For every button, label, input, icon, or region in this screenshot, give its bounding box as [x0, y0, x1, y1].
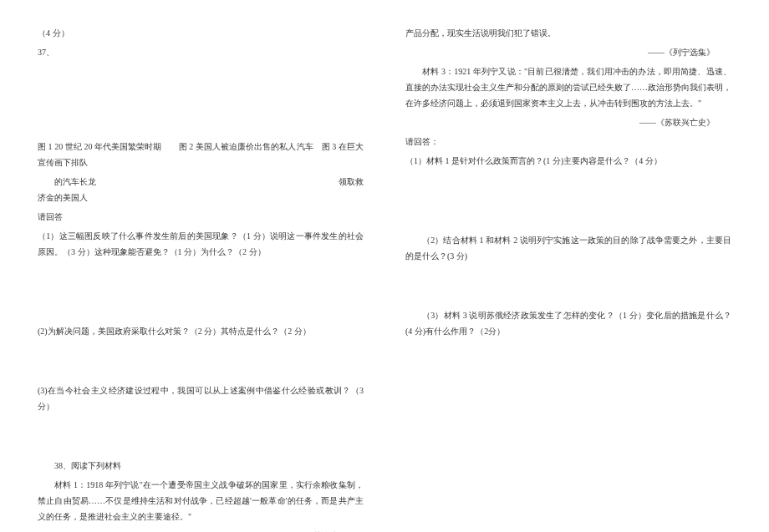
- material-3: 材料 3：1921 年列宁又说："目前已很清楚，我们用冲击的办法，即用简捷、迅速…: [405, 63, 731, 111]
- gap1: [38, 263, 364, 323]
- score-line: （4 分）: [38, 25, 364, 41]
- gap3: [38, 418, 364, 458]
- answer-label-left: 请回答: [38, 209, 364, 225]
- material-1: 材料 1：1918 年列宁说"在一个遭受帝国主义战争破坏的国家里，实行余粮收集制…: [38, 477, 364, 524]
- answer-label-right: 请回答：: [405, 134, 731, 149]
- q37-part2: (2)为解决问题，美国政府采取什么对策？（2 分）其特点是什么？（2 分）: [38, 323, 364, 339]
- q37-number: 37、: [38, 44, 364, 60]
- figure-captions-line2: 的汽车长龙 领取救济金的美国人: [38, 174, 364, 205]
- image-placeholder-gap: [38, 63, 364, 139]
- r-question-2: （2）结合材料 1 和材料 2 说明列宁实施这一政策的目的除了战争需要之外，主要…: [405, 232, 731, 264]
- gap4: [405, 172, 731, 232]
- material-2-cont: 产品分配，现实生活说明我们犯了错误。: [405, 25, 731, 41]
- gap2: [38, 342, 364, 383]
- r-question-1: （1）材料 1 是针对什么政策而言的？(1 分)主要内容是什么？（4 分）: [405, 153, 731, 169]
- left-column: （4 分） 37、 图 1 20 世纪 20 年代美国繁荣时期 图 2 美国人被…: [17, 25, 384, 507]
- q38-number: 38、阅读下列材料: [38, 458, 364, 474]
- material-2-source: ——《列宁选集》: [405, 44, 731, 60]
- q37-part3: (3)在当今社会主义经济建设过程中，我国可以从上述案例中借鉴什么经验或教训？（3…: [38, 383, 364, 414]
- material-1-source: ——《苏联史》: [38, 528, 364, 532]
- gap5: [405, 267, 731, 307]
- right-column: 产品分配，现实生活说明我们犯了错误。 ——《列宁选集》 材料 3：1921 年列…: [384, 25, 752, 507]
- material-3-source: ——《苏联兴亡史》: [405, 114, 731, 130]
- r-question-3: （3）材料 3 说明苏俄经济政策发生了怎样的变化？（1 分）变化后的措施是什么？…: [405, 307, 731, 339]
- q37-part1: （1）这三幅图反映了什么事件发生前后的美国现象？（1 分）说明这一事件发生的社会…: [38, 228, 364, 260]
- figure-captions-line1: 图 1 20 世纪 20 年代美国繁荣时期 图 2 美国人被迫廉价出售的私人汽车…: [38, 139, 364, 170]
